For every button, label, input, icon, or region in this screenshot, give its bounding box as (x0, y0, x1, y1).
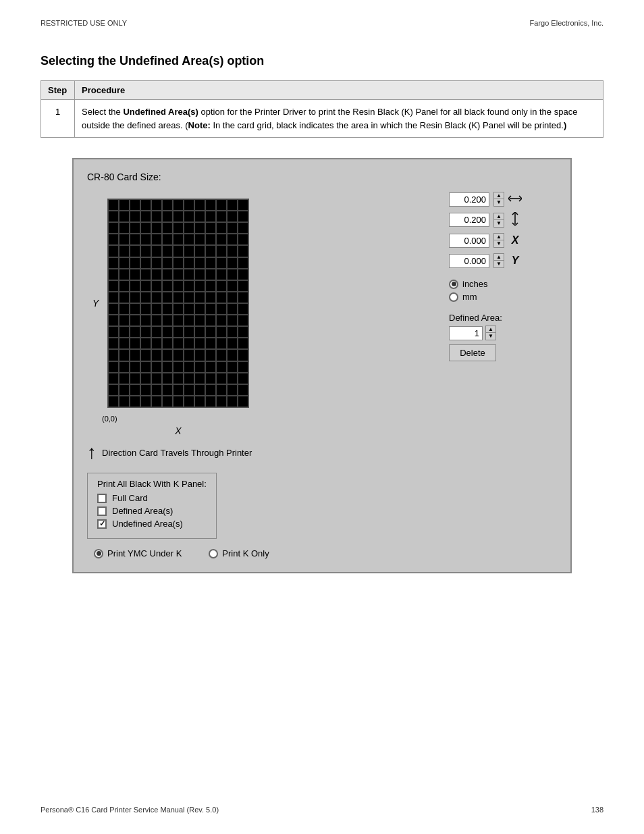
grid-cell (194, 315, 205, 326)
y-down-arrow[interactable]: ▼ (494, 261, 504, 267)
grid-cell (227, 361, 238, 373)
height-spinner[interactable]: ▲ ▼ (493, 213, 504, 228)
mm-radio-row[interactable]: mm (449, 292, 557, 302)
grid-cell (173, 245, 184, 257)
grid-cell (151, 326, 162, 338)
defined-area-label: Defined Area: (449, 313, 557, 323)
k-only-row[interactable]: Print K Only (209, 548, 269, 558)
grid-cell (119, 303, 130, 315)
x-down-arrow[interactable]: ▼ (494, 240, 504, 247)
grid-cell (205, 234, 216, 245)
grid-cell (151, 292, 162, 303)
x-position-input[interactable] (449, 234, 489, 248)
grid-cell (216, 257, 227, 269)
header-right: Fargo Electronics, Inc. (530, 19, 603, 27)
grid-cell (227, 245, 238, 257)
height-down-arrow[interactable]: ▼ (494, 220, 504, 227)
defined-area-input-row: ▲ ▼ (449, 325, 557, 340)
grid-cell (205, 257, 216, 269)
grid-cell (194, 373, 205, 384)
grid-cell (119, 211, 130, 222)
defined-area-down-arrow[interactable]: ▼ (486, 333, 495, 340)
grid-cell (130, 384, 140, 396)
grid-cell (162, 315, 173, 326)
grid-cell (205, 373, 216, 384)
grid-cell (227, 269, 238, 280)
grid-cell (119, 280, 130, 292)
grid-cell (162, 361, 173, 373)
y-position-input[interactable] (449, 254, 489, 268)
grid-cell (238, 326, 248, 338)
grid-cell (108, 326, 119, 338)
height-icon (508, 212, 522, 228)
grid-cell (194, 222, 205, 234)
grid-cell (119, 349, 130, 361)
defined-area-up-arrow[interactable]: ▲ (486, 326, 495, 333)
defined-areas-checkbox[interactable] (97, 506, 107, 516)
full-card-row[interactable]: Full Card (97, 493, 207, 503)
undefined-areas-checkbox[interactable] (97, 519, 107, 529)
grid-cell (227, 373, 238, 384)
grid-cell (227, 292, 238, 303)
y-spinner[interactable]: ▲ ▼ (493, 253, 504, 268)
width-down-arrow[interactable]: ▼ (494, 199, 504, 206)
grid-cell (227, 211, 238, 222)
footer-left: Persona® C16 Card Printer Service Manual… (41, 806, 219, 814)
grid-cell (140, 315, 151, 326)
grid-cell (227, 222, 238, 234)
grid-cell (194, 280, 205, 292)
grid-cell (108, 292, 119, 303)
defined-area-input[interactable] (449, 326, 483, 340)
right-controls: ▲ ▼ ▲ (449, 192, 557, 361)
y-up-arrow[interactable]: ▲ (494, 254, 504, 261)
grid-cell (140, 234, 151, 245)
inches-radio[interactable] (449, 280, 458, 289)
panel-main: Y // Generate 13*18 = 234 cells document… (87, 192, 557, 462)
grid-cell (151, 396, 162, 407)
height-up-arrow[interactable]: ▲ (494, 213, 504, 220)
undefined-areas-label: Undefined Area(s) (112, 519, 183, 529)
grid-cell (194, 245, 205, 257)
height-input[interactable] (449, 213, 489, 227)
x-spinner[interactable]: ▲ ▼ (493, 233, 504, 248)
grid-cell (140, 361, 151, 373)
grid-cell (194, 396, 205, 407)
delete-button[interactable]: Delete (449, 344, 496, 361)
grid-cell (216, 338, 227, 349)
full-card-checkbox[interactable] (97, 494, 107, 503)
grid-cell (194, 199, 205, 211)
x-up-arrow[interactable]: ▲ (494, 234, 504, 240)
grid-cell (194, 234, 205, 245)
grid-cell (162, 292, 173, 303)
grid-cell (108, 211, 119, 222)
grid-cell (227, 338, 238, 349)
grid-cell (108, 373, 119, 384)
undefined-areas-row[interactable]: Undefined Area(s) (97, 519, 207, 529)
grid-cell (216, 269, 227, 280)
direction-row: ↑ Direction Card Travels Through Printer (87, 443, 435, 462)
grid-cell (194, 211, 205, 222)
grid-cell (205, 315, 216, 326)
grid-cell (108, 315, 119, 326)
grid-cell (184, 396, 194, 407)
width-up-arrow[interactable]: ▲ (494, 192, 504, 199)
defined-area-spinner[interactable]: ▲ ▼ (485, 325, 496, 340)
page-header: RESTRICTED USE ONLY Fargo Electronics, I… (0, 0, 644, 27)
grid-cell (108, 199, 119, 211)
width-spinner[interactable]: ▲ ▼ (493, 192, 504, 207)
grid-cell (130, 373, 140, 384)
page-footer: Persona® C16 Card Printer Service Manual… (41, 806, 603, 814)
k-only-radio[interactable] (209, 549, 218, 558)
grid-cell (227, 234, 238, 245)
grid-cell (173, 396, 184, 407)
x-axis-icon: X (508, 234, 522, 246)
ymc-under-k-radio[interactable] (94, 549, 103, 558)
ymc-under-k-row[interactable]: Print YMC Under K (94, 548, 182, 558)
grid-cell (184, 349, 194, 361)
width-input[interactable] (449, 192, 489, 207)
grid-cell (108, 245, 119, 257)
mm-radio[interactable] (449, 292, 458, 302)
grid-cell (184, 199, 194, 211)
defined-areas-row[interactable]: Defined Area(s) (97, 506, 207, 516)
inches-radio-row[interactable]: inches (449, 279, 557, 289)
